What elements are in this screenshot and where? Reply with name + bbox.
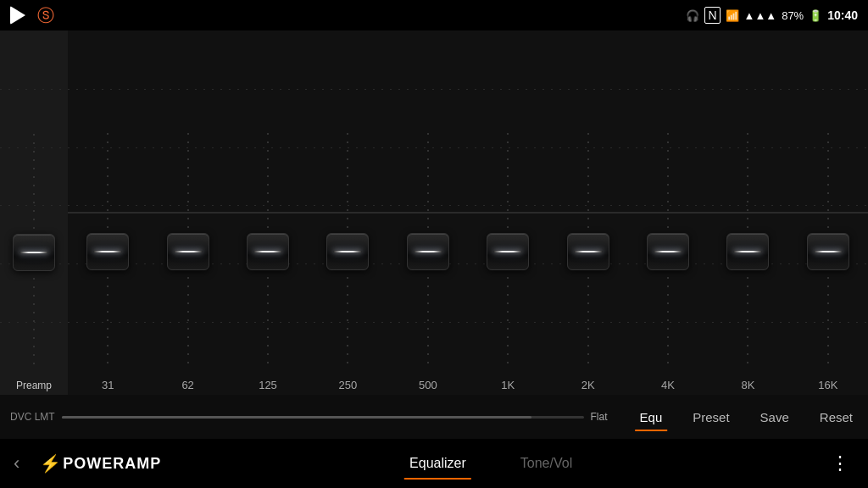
slider-knob-2k[interactable] — [567, 233, 609, 270]
slider-knob-preamp[interactable] — [13, 234, 55, 271]
status-right: 🎧 N 📶 ▲▲▲ 87% 🔋 10:40 — [686, 7, 858, 24]
dvc-label: DVC LMT — [10, 411, 55, 423]
slider-track-16k — [816, 133, 840, 370]
slider-track-31 — [96, 133, 120, 370]
eq-area: Preamp 31 62 125 250 — [0, 30, 868, 395]
eq-band-2k: 2K — [548, 30, 627, 395]
band-label-preamp: Preamp — [16, 380, 52, 391]
dvc-slider-fill — [62, 416, 531, 419]
slider-track-2k — [576, 133, 600, 370]
eq-band-preamp: Preamp — [0, 30, 68, 395]
equ-button[interactable]: Equ — [625, 403, 678, 431]
tab-equalizer-label: Equalizer — [409, 456, 466, 470]
play-icon — [10, 6, 29, 25]
wifi-icon: 📶 — [726, 9, 739, 22]
dvc-slider[interactable] — [62, 416, 584, 419]
back-icon: ‹ — [14, 452, 19, 474]
back-button[interactable]: ‹ — [0, 452, 33, 474]
eq-band-125: 125 — [228, 30, 308, 395]
tab-group: Equalizer Tone/Vol — [168, 446, 814, 481]
save-button[interactable]: Save — [745, 403, 804, 431]
eq-buttons: Equ Preset Save Reset — [625, 403, 868, 431]
signal-icon: ▲▲▲ — [744, 9, 777, 22]
eq-band-62: 62 — [147, 30, 227, 395]
slider-knob-8k[interactable] — [726, 233, 769, 270]
slider-knob-1k[interactable] — [487, 233, 529, 270]
headphone-icon: 🎧 — [686, 9, 699, 22]
preset-button[interactable]: Preset — [677, 403, 744, 431]
reset-button[interactable]: Reset — [804, 403, 868, 431]
slider-knob-16k[interactable] — [807, 233, 849, 270]
scrobble-icon: ⓢ — [37, 4, 54, 27]
poweramp-icon: ⚡ — [40, 453, 61, 474]
tab-bar: ‹ ⚡ POWERAMP Equalizer Tone/Vol ⋮ — [0, 439, 868, 488]
bottom-controls: DVC LMT Flat Equ Preset Save Reset — [0, 395, 868, 439]
battery-icon: 🔋 — [809, 9, 822, 22]
slider-track-250 — [336, 133, 359, 370]
band-label-62: 62 — [181, 379, 193, 391]
tab-tonevol-label: Tone/Vol — [520, 456, 572, 470]
band-label-1k: 1K — [501, 379, 515, 391]
battery-percent: 87% — [782, 9, 804, 22]
more-icon: ⋮ — [831, 452, 851, 474]
eq-band-4k: 4K — [628, 30, 708, 395]
slider-track-62 — [176, 133, 200, 370]
slider-knob-125[interactable] — [247, 233, 289, 270]
brand-logo: ⚡ POWERAMP — [33, 453, 168, 474]
dvc-section: DVC LMT Flat — [0, 411, 625, 423]
clock: 10:40 — [827, 8, 858, 22]
band-label-125: 125 — [259, 379, 277, 391]
slider-knob-62[interactable] — [167, 233, 209, 270]
tab-equalizer[interactable]: Equalizer — [382, 446, 493, 481]
band-label-8k: 8K — [742, 379, 755, 391]
slider-track-1k — [496, 133, 520, 370]
eq-band-250: 250 — [308, 30, 387, 395]
slider-track-125 — [256, 133, 280, 370]
brand-name: POWERAMP — [63, 455, 161, 473]
status-bar: ⓢ 🎧 N 📶 ▲▲▲ 87% 🔋 10:40 — [0, 0, 868, 30]
flat-label: Flat — [591, 411, 615, 423]
eq-band-8k: 8K — [708, 30, 787, 395]
slider-track-500 — [416, 133, 440, 370]
slider-knob-31[interactable] — [86, 233, 129, 270]
eq-band-16k: 16K — [788, 30, 868, 395]
slider-knob-500[interactable] — [407, 233, 449, 270]
slider-knob-4k[interactable] — [647, 233, 689, 270]
slider-knob-250[interactable] — [326, 233, 369, 270]
band-label-250: 250 — [339, 379, 358, 391]
band-label-500: 500 — [419, 379, 437, 391]
eq-band-31: 31 — [68, 30, 147, 395]
slider-track-preamp — [22, 134, 46, 371]
band-label-16k: 16K — [818, 379, 837, 391]
eq-band-1k: 1K — [468, 30, 548, 395]
band-label-2k: 2K — [581, 379, 595, 391]
nfc-icon: N — [704, 7, 720, 24]
band-label-4k: 4K — [661, 379, 675, 391]
eq-band-500: 500 — [388, 30, 468, 395]
slider-track-4k — [656, 133, 680, 370]
band-label-31: 31 — [102, 379, 114, 391]
tab-tonevol[interactable]: Tone/Vol — [493, 446, 599, 481]
status-left: ⓢ — [10, 4, 54, 27]
slider-track-8k — [736, 133, 760, 370]
more-button[interactable]: ⋮ — [814, 452, 868, 474]
